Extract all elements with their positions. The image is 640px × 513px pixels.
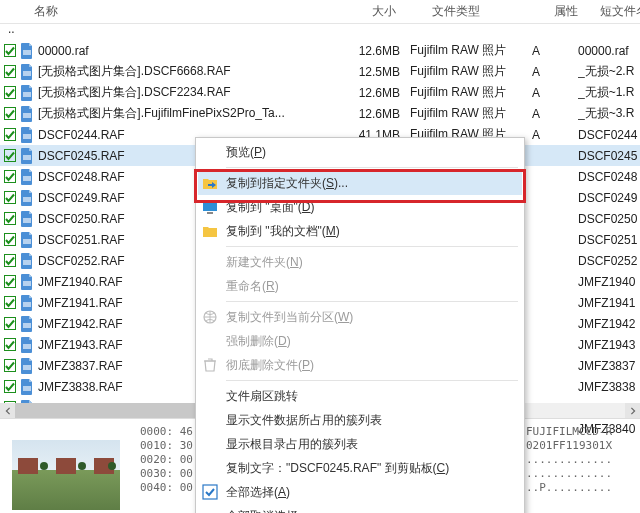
cell-short: DSCF0251 [578,233,640,247]
cell-short: DSCF0250 [578,212,640,226]
menu-item[interactable]: 复制文字："DSCF0245.RAF" 到剪贴板(C) [198,456,522,480]
menu-item[interactable]: 复制到指定文件夹(S)... [198,171,522,195]
scroll-right-button[interactable] [625,403,640,418]
thumbnail-preview [0,419,132,513]
menu-separator [226,380,518,381]
header-size[interactable]: 大小 [372,3,432,20]
cell-attr: A [532,44,578,58]
header-type[interactable]: 文件类型 [432,3,554,20]
svg-rect-11 [23,281,31,286]
menu-item[interactable]: 复制到 "我的文档"(M) [198,219,522,243]
menu-item-label: 彻底删除文件(P) [226,357,314,374]
table-row[interactable]: [无损格式图片集合].DSCF6668.RAF12.5MBFujifilm RA… [0,61,640,82]
menu-item: 复制文件到当前分区(W) [198,305,522,329]
checkbox[interactable] [4,212,16,225]
file-icon [20,148,34,164]
menu-item[interactable]: 显示根目录占用的簇列表 [198,432,522,456]
svg-rect-8 [23,218,31,223]
file-icon [20,127,34,143]
file-icon [20,43,34,59]
menu-item[interactable]: 预览(P) [198,140,522,164]
checkbox[interactable] [4,317,16,330]
cell-short: _无损~1.R [578,84,640,101]
file-icon [20,106,34,122]
menu-item-label: 新建文件夹(N) [226,254,303,271]
cell-size: 12.6MB [350,44,410,58]
file-icon [20,253,34,269]
checkbox[interactable] [4,65,16,78]
checkbox[interactable] [4,86,16,99]
checkbox[interactable] [4,380,16,393]
menu-separator [226,167,518,168]
checkbox[interactable] [4,275,16,288]
cell-short: DSCF0249 [578,191,640,205]
folder-icon [200,221,220,241]
cell-name: [无损格式图片集合].FujifilmFinePixS2Pro_Ta... [38,105,350,122]
file-icon [20,316,34,332]
svg-rect-6 [23,176,31,181]
checkbox[interactable] [4,296,16,309]
menu-item: 彻底删除文件(P) [198,353,522,377]
cell-short: JMFZ1943 [578,338,640,352]
checkbox[interactable] [4,149,16,162]
checkbox[interactable] [4,254,16,267]
menu-item-label: 显示文件数据所占用的簇列表 [226,412,382,429]
cell-type: Fujifilm RAW 照片 [410,42,532,59]
cell-name: [无损格式图片集合].DSCF2234.RAF [38,84,350,101]
svg-rect-22 [203,485,217,499]
menu-item-label: 复制到 "我的文档"(M) [226,223,340,240]
table-row[interactable]: 00000.raf12.6MBFujifilm RAW 照片A00000.raf [0,40,640,61]
cell-type: Fujifilm RAW 照片 [410,84,532,101]
blank-icon [200,331,220,351]
scroll-left-button[interactable] [0,403,15,418]
file-icon [20,358,34,374]
menu-item-label: 强制删除(D) [226,333,291,350]
menu-item-label: 全部选择(A) [226,484,290,501]
checkbox[interactable] [4,107,16,120]
svg-rect-3 [23,113,31,118]
header-attr[interactable]: 属性 [554,3,600,20]
folder-move-icon [200,173,220,193]
checkbox[interactable] [4,44,16,57]
cell-short: JMFZ1940 [578,275,640,289]
svg-rect-16 [23,386,31,391]
menu-item-label: 复制文字："DSCF0245.RAF" 到剪贴板(C) [226,460,449,477]
svg-rect-9 [23,239,31,244]
checkbox[interactable] [4,233,16,246]
header-name[interactable]: 名称 [4,3,372,20]
checkbox[interactable] [4,359,16,372]
svg-rect-12 [23,302,31,307]
checkbox[interactable] [4,170,16,183]
menu-item-label: 复制到 "桌面"(D) [226,199,315,216]
column-headers: 名称 大小 文件类型 属性 短文件名 [0,0,640,24]
blank-icon [200,142,220,162]
blank-icon [200,410,220,430]
blank-icon [200,252,220,272]
cell-short: DSCF0248 [578,170,640,184]
menu-item-label: 复制到指定文件夹(S)... [226,175,348,192]
blank-icon [200,434,220,454]
menu-item[interactable]: 全部取消选择 [198,504,522,513]
cell-size: 12.5MB [350,65,410,79]
svg-rect-20 [207,212,213,214]
checkbox[interactable] [4,191,16,204]
cell-name: [无损格式图片集合].DSCF6668.RAF [38,63,350,80]
menu-item[interactable]: 文件扇区跳转 [198,384,522,408]
table-row[interactable]: [无损格式图片集合].DSCF2234.RAF12.6MBFujifilm RA… [0,82,640,103]
svg-rect-13 [23,323,31,328]
svg-rect-2 [23,92,31,97]
menu-item[interactable]: 全部选择(A) [198,480,522,504]
cell-name: 00000.raf [38,44,350,58]
up-directory[interactable]: .. [8,22,15,36]
cell-attr: A [532,65,578,79]
blank-icon [200,458,220,478]
svg-rect-19 [203,201,217,211]
menu-item[interactable]: 复制到 "桌面"(D) [198,195,522,219]
table-row[interactable]: [无损格式图片集合].FujifilmFinePixS2Pro_Ta...12.… [0,103,640,124]
checkbox[interactable] [4,338,16,351]
file-icon [20,274,34,290]
checkbox[interactable] [4,128,16,141]
header-short[interactable]: 短文件名 [600,3,640,20]
cell-short: JMFZ1941 [578,296,640,310]
menu-item[interactable]: 显示文件数据所占用的簇列表 [198,408,522,432]
